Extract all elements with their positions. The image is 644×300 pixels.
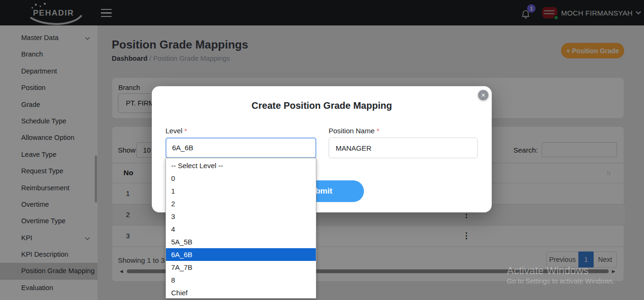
level-dropdown-list: -- Select Level -- 0 1 2 3 4 5A_5B 6A_6B… [165, 158, 316, 299]
position-name-label: Position Name * [329, 127, 380, 135]
position-name-input[interactable] [329, 138, 478, 158]
modal-title: Create Position Grade Mapping [152, 100, 492, 111]
level-option-7a-7b[interactable]: 7A_7B [166, 261, 316, 274]
level-option-0[interactable]: 0 [166, 172, 316, 185]
level-option-placeholder[interactable]: -- Select Level -- [166, 159, 316, 172]
close-icon: ✕ [481, 92, 485, 98]
level-option-8[interactable]: 8 [166, 274, 316, 286]
level-select[interactable]: 6A_6B [165, 138, 316, 158]
required-asterisk: * [184, 127, 187, 135]
modal-close-button[interactable]: ✕ [478, 90, 488, 100]
level-option-5a-5b[interactable]: 5A_5B [166, 235, 316, 248]
level-option-4[interactable]: 4 [166, 223, 316, 235]
level-option-1[interactable]: 1 [166, 185, 316, 197]
level-label: Level * [165, 127, 187, 135]
required-asterisk: * [377, 127, 380, 135]
level-option-3[interactable]: 3 [166, 210, 316, 223]
level-option-2[interactable]: 2 [166, 197, 316, 210]
level-option-chief[interactable]: Chief [166, 286, 316, 299]
level-option-6a-6b[interactable]: 6A_6B [166, 248, 316, 261]
